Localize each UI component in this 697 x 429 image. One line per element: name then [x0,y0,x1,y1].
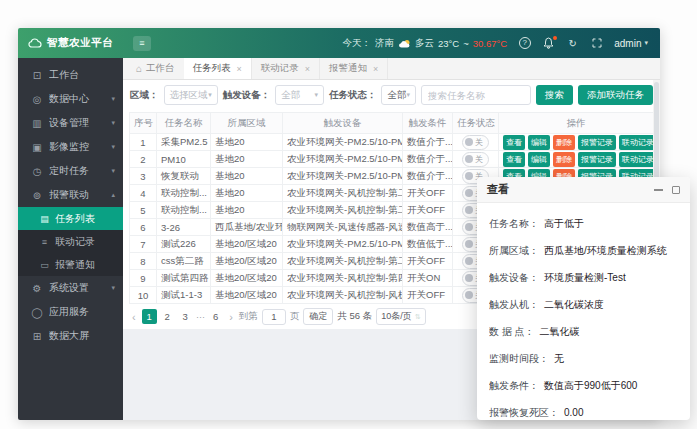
page-6[interactable]: 6 [208,309,223,324]
region-select[interactable]: 选择区域 ▾ [164,85,218,105]
sidebar-item-video-monitor[interactable]: ▣影像监控▾ [18,135,123,159]
weather-info: 今天： 济南 多云 23°C ~ 30.67°C [343,37,508,50]
goto-page-input[interactable] [262,309,286,325]
weather-temp-low: 23°C [438,38,459,49]
sidebar: ⊡工作台◎数据中心▾▥设备管理▾▣影像监控▾◷定时任务▾⊚报警联动▴▤任务列表≡… [18,58,123,420]
device-select[interactable]: 全部 ▾ [275,85,324,105]
search-input[interactable] [421,85,531,105]
scheduled-task-icon: ◷ [31,166,43,177]
close-icon[interactable]: × [237,64,242,74]
refresh-button[interactable]: ↻ [566,37,579,50]
video-monitor-icon: ▣ [31,142,43,153]
tab-linkage-records[interactable]: 联动记录× [252,58,320,79]
cell-region: 基地20/区域20 [211,270,283,287]
close-icon[interactable]: × [305,64,310,74]
page-1[interactable]: 1 [142,309,157,324]
edit-button[interactable]: 编辑 [528,152,550,167]
search-button[interactable]: 搜索 [536,85,573,105]
sidebar-subitem-alarm-notice[interactable]: ▭报警通知 [18,253,123,276]
column-header: 触发条件 [403,113,453,134]
cell-device: 物联网网关-风速传感器-风速 [283,219,403,236]
status-select[interactable]: 全部 ▾ [381,85,416,105]
tab-alarm-notice[interactable]: 报警通知× [320,58,388,79]
sidebar-item-system-settings[interactable]: ⚙系统设置▾ [18,276,123,300]
toggle-dot-icon [465,274,473,282]
column-header: 任务状态 [453,113,499,134]
modal-body: 任务名称：高于低于所属区域：西瓜基地/环境质量检测系统触发设备：环境质量检测-T… [477,203,690,420]
sidebar-subitem-linkage-records[interactable]: ≡联动记录 [18,230,123,253]
sidebar-item-data-screen[interactable]: ⊞数据大屏 [18,324,123,348]
sidebar-item-scheduled-tasks[interactable]: ◷定时任务▾ [18,159,123,183]
device-label: 触发设备： [223,89,271,102]
fullscreen-icon [592,38,602,48]
username: admin [614,38,641,49]
weather-condition: 多云 [415,37,434,50]
notification-badge [553,36,557,40]
status-toggle[interactable]: 关 [462,152,489,167]
cell-device: 农业环境网关-风机控制-第二路 [283,253,403,270]
user-menu[interactable]: admin ▾ [614,38,648,49]
cell-no: 10 [130,287,157,304]
modal-field: 触发条件：数值高于990低于600 [489,372,678,399]
task-list-icon: ▤ [39,214,50,224]
alarm-record-button[interactable]: 报警记录 [578,152,616,167]
delete-button[interactable]: 删除 [553,135,575,150]
cell-condition: 数值高于... [403,219,453,236]
alarm-linkage-icon: ⊚ [31,190,43,201]
device-select-value: 全部 [281,89,300,102]
cell-region: 基地20/区域20 [211,236,283,253]
chevron-down-icon: ▾ [111,95,115,103]
tab-workbench[interactable]: ⌂工作台 [127,58,184,79]
cloud-logo-icon [28,38,42,48]
maximize-icon[interactable] [672,186,680,194]
weather-temp-high: 30.67°C [473,38,507,49]
notifications-button[interactable] [542,37,555,50]
device-management-icon: ▥ [31,118,43,129]
tab-bar: ⌂工作台任务列表×联动记录×报警通知× [123,58,660,80]
tab-task-list[interactable]: 任务列表× [184,58,252,79]
cell-device: 农业环境网关-PM2.5/10-PM2.5 [283,134,403,151]
cell-region: 基地20/区域20 [211,253,283,270]
page-size-select[interactable]: 10条/页 ⇅ [376,308,425,325]
goto-confirm-button[interactable]: 确定 [303,308,333,325]
sidebar-item-data-center[interactable]: ◎数据中心▾ [18,87,123,111]
app-logo: 智慧农业平台 [18,36,123,50]
cell-region: 基地20/区域20 [211,287,283,304]
chevron-down-icon: ▾ [111,167,115,175]
question-icon: ? [519,37,531,49]
next-page-button[interactable]: › [227,311,235,323]
modal-field: 触发设备：环境质量检测-Test [489,264,678,291]
sidebar-item-workbench[interactable]: ⊡工作台 [18,63,123,87]
add-linkage-task-button[interactable]: 添加联动任务 [578,85,653,105]
sidebar-subitem-task-list[interactable]: ▤任务列表 [18,207,123,230]
toggle-dot-icon [465,291,473,299]
view-button[interactable]: 查看 [503,152,525,167]
view-button[interactable]: 查看 [503,135,525,150]
toggle-dot-icon [465,189,473,197]
table-row: 1采集PM2.5基地20农业环境网关-PM2.5/10-PM2.5数值介于...… [130,134,654,151]
help-button[interactable]: ? [518,37,531,50]
cell-task-name: 测试第四路 [157,270,211,287]
sidebar-collapse-button[interactable]: ≡ [133,36,151,51]
page-2[interactable]: 2 [160,309,175,324]
linkage-record-button[interactable]: 联动记录 [619,135,654,150]
minimize-icon[interactable] [654,189,663,191]
sidebar-item-app-services[interactable]: ◯应用服务 [18,300,123,324]
alarm-record-button[interactable]: 报警记录 [578,135,616,150]
data-center-icon: ◎ [31,94,43,105]
status-toggle[interactable]: 关 [462,135,489,150]
status-select-value: 全部 [387,89,406,102]
sidebar-item-alarm-linkage[interactable]: ⊚报警联动▴ [18,183,123,207]
prev-page-button[interactable]: ‹ [130,311,138,323]
cell-condition: 数值低于... [403,236,453,253]
chevron-down-icon: ▾ [111,143,115,151]
cell-condition: 开关ON [403,270,453,287]
close-icon[interactable]: × [373,64,378,74]
edit-button[interactable]: 编辑 [528,135,550,150]
delete-button[interactable]: 删除 [553,152,575,167]
page-3[interactable]: 3 [178,309,193,324]
fullscreen-button[interactable] [590,37,603,50]
linkage-record-button[interactable]: 联动记录 [619,152,654,167]
sidebar-item-device-management[interactable]: ▥设备管理▾ [18,111,123,135]
toggle-dot-icon [465,172,473,180]
